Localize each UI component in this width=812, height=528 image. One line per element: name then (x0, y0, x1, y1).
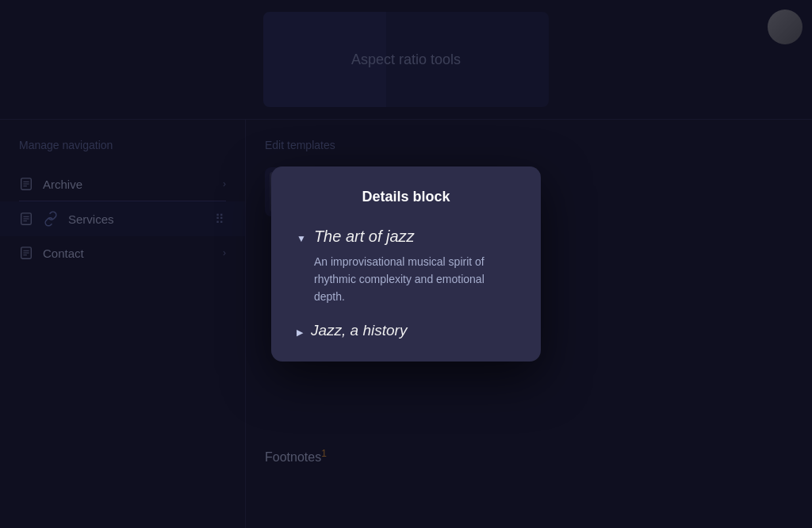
modal-item-1: ▼ The art of jazz An improvisational mus… (297, 228, 515, 305)
triangle-open-icon: ▼ (297, 233, 306, 244)
details-heading-2: Jazz, a history (311, 322, 407, 339)
details-summary-1[interactable]: ▼ The art of jazz (297, 228, 515, 246)
details-heading-1: The art of jazz (314, 228, 415, 246)
triangle-closed-icon: ▶ (297, 327, 303, 338)
modal-title: Details block (297, 189, 515, 205)
modal-item-2[interactable]: ▶ Jazz, a history (297, 322, 515, 339)
modal-overlay[interactable]: Details block ▼ The art of jazz An impro… (0, 0, 812, 528)
details-block-modal: Details block ▼ The art of jazz An impro… (271, 166, 541, 361)
details-body-1: An improvisational musical spirit of rhy… (297, 254, 515, 305)
